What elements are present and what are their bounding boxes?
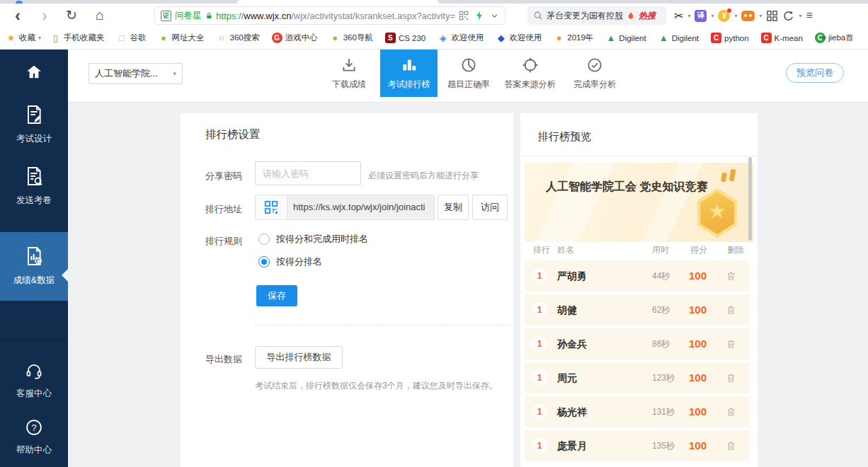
bookmark-item[interactable]: ● 网址大全 <box>159 33 207 43</box>
score-value: 100 <box>689 328 707 359</box>
delete-row-button[interactable] <box>726 270 736 284</box>
column-delete: 删除 <box>727 244 744 256</box>
lock-icon <box>205 11 213 21</box>
rule-option-score-and-time[interactable]: 按得分和完成用时排名 <box>258 233 368 246</box>
tab-question-accuracy[interactable]: 题目正确率 <box>439 50 498 97</box>
bookmark-favicon: C <box>711 33 721 43</box>
caret-down-icon[interactable]: ▾ <box>711 13 714 19</box>
screenshot-scissors-icon[interactable]: ✂ <box>674 9 683 23</box>
radio-unchecked[interactable] <box>258 233 270 245</box>
headset-icon <box>24 361 44 381</box>
more-bookmarks-chevron[interactable]: » <box>821 32 826 42</box>
sidebar-item-scores-data[interactable]: 成绩&数据 <box>0 245 68 287</box>
apps-grid-icon[interactable] <box>766 10 778 22</box>
address-bar[interactable]: 证 问卷星 https://www.wjx.cn/wjx/activitysta… <box>154 6 506 25</box>
bookmark-item[interactable]: □ 谷歌 <box>117 33 149 43</box>
delete-row-button[interactable] <box>726 372 736 386</box>
bookmark-item[interactable]: S CS 230 <box>385 33 428 43</box>
tab-exam-ranking[interactable]: 考试排行榜 <box>380 50 438 97</box>
bookmark-item[interactable]: C K-mean <box>761 33 806 43</box>
sidebar-item-send-exam[interactable]: 发送考卷 <box>0 165 68 207</box>
forward-button[interactable]: › <box>33 4 57 27</box>
bookmark-label: Digilent <box>672 34 699 42</box>
radio-checked[interactable] <box>258 256 270 267</box>
bookmark-item[interactable]: G 游戏中心 <box>272 33 321 43</box>
radio-label: 按得分和完成用时排名 <box>276 233 368 246</box>
ranking-url-value: https://ks.wjx.top/wjx/join/joinacti <box>287 195 435 220</box>
visit-button[interactable]: 访问 <box>472 195 508 220</box>
caret-down-icon[interactable]: ▾ <box>799 13 801 19</box>
preview-survey-button[interactable]: 预览问卷 <box>786 63 844 83</box>
bookmark-label: CS 230 <box>399 34 426 42</box>
share-password-input[interactable] <box>255 161 361 185</box>
bookmark-item[interactable]: ○ 360搜索 <box>217 33 263 43</box>
bookmark-label: 360搜索 <box>230 33 260 43</box>
rank-badge: 1 <box>532 404 547 420</box>
help-icon: ? <box>24 417 44 437</box>
chevron-down-icon[interactable] <box>490 11 499 21</box>
bookmark-item[interactable]: ● 2019年 <box>554 33 596 43</box>
survey-select-value: 人工智能学院... <box>95 67 169 80</box>
confetti-decoration <box>729 169 736 182</box>
caret-down-icon[interactable]: ▾ <box>734 13 737 19</box>
bookmark-item[interactable]: ★ 收藏 ▾ <box>6 33 41 43</box>
delete-row-button[interactable] <box>726 304 736 318</box>
time-used: 44秒 <box>652 260 670 292</box>
url-text: https://www.wjx.cn/wjx/activitystat/ksra… <box>216 11 455 21</box>
preview-scrollbar[interactable] <box>748 157 752 241</box>
menu-icon[interactable]: ≡ <box>806 9 813 22</box>
browser-home-button[interactable]: ⌂ <box>88 4 112 27</box>
bookmark-item[interactable]: C python <box>711 33 752 43</box>
delete-row-button[interactable] <box>726 338 736 352</box>
column-score: 得分 <box>690 244 707 256</box>
lightning-icon[interactable] <box>475 11 484 21</box>
browser-search-box[interactable]: 茅台变更为国有控股 热搜 <box>527 6 666 25</box>
wallet-icon[interactable]: ¥ <box>718 10 730 22</box>
search-query: 茅台变更为国有控股 <box>547 10 623 22</box>
back-button[interactable]: ‹ <box>6 4 30 27</box>
radio-label: 按得分排名 <box>276 255 322 268</box>
tab-answer-source-analysis[interactable]: 答案来源分析 <box>496 50 564 97</box>
export-ranking-data-button[interactable]: 导出排行榜数据 <box>255 346 343 369</box>
bookmark-favicon: ● <box>554 33 564 43</box>
star-icon: ★ <box>695 200 740 223</box>
bookmark-item[interactable]: ▲ Digilent <box>658 33 702 43</box>
copy-button[interactable]: 复制 <box>438 195 469 220</box>
trash-icon <box>726 406 736 417</box>
table-row: 1 庞景月 135秒 100 <box>525 430 749 461</box>
reload-button[interactable]: ↻ <box>59 4 84 27</box>
bookmark-item[interactable]: ◆ 欢迎使用 <box>496 33 544 43</box>
bookmark-item[interactable]: ▲ Digilent <box>605 33 649 43</box>
sidebar-item-exam-design[interactable]: 考试设计 <box>0 103 68 145</box>
export-data-label: 导出数据 <box>205 353 242 366</box>
sidebar-item-home[interactable] <box>0 62 68 85</box>
caret-down-icon[interactable]: ▾ <box>759 13 762 19</box>
bookmark-label: jieba首 <box>828 33 854 43</box>
caret-down-icon[interactable]: ▾ <box>687 13 690 19</box>
browser-toolbar: ‹ › ↻ ⌂ 证 问卷星 https://www.wjx.cn/wjx/act… <box>0 4 868 27</box>
table-row: 1 严胡勇 44秒 100 <box>525 260 749 292</box>
bookmark-item[interactable]: ● 360导航 <box>330 33 376 43</box>
bookmark-item[interactable]: ▯ 手机收藏夹 <box>50 33 108 43</box>
settings-title: 排行榜设置 <box>205 127 261 142</box>
undo-history-icon[interactable] <box>782 10 794 22</box>
translate-icon[interactable]: 译 <box>695 10 707 22</box>
rule-option-score-only[interactable]: 按得分排名 <box>258 255 322 268</box>
bookmark-item[interactable]: ◈ 欢迎使用 <box>438 33 486 43</box>
hot-search-label[interactable]: 热搜 <box>639 10 656 22</box>
tab-completion-rate-analysis[interactable]: 完成率分析 <box>564 50 626 97</box>
save-button[interactable]: 保存 <box>256 285 297 306</box>
tab-download-scores[interactable]: 下载成绩 <box>319 50 379 97</box>
tab-label: 下载成绩 <box>332 79 366 91</box>
delete-row-button[interactable] <box>726 440 736 454</box>
sidebar-item-help-center[interactable]: ? 帮助中心 <box>0 417 68 456</box>
url-path: /wjx/activitystat/ksrankset.aspx?activit… <box>291 11 455 21</box>
ranking-settings-card: 排行榜设置 分享密码 必须设置密码后方能进行分享 排行地址 https://ks… <box>181 113 513 467</box>
survey-select-dropdown[interactable]: 人工智能学院... ▾ <box>88 63 183 84</box>
qr-code-icon[interactable] <box>459 11 469 21</box>
games-controller-icon[interactable] <box>741 11 755 21</box>
delete-row-button[interactable] <box>726 406 736 420</box>
score-value: 100 <box>689 294 707 325</box>
qr-code-button[interactable] <box>255 195 287 220</box>
sidebar-item-support-center[interactable]: 客服中心 <box>0 361 68 400</box>
